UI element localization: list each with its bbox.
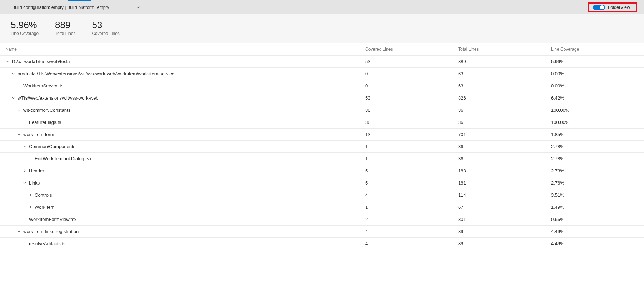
- cell-name: work-item-form: [5, 132, 365, 137]
- table-row[interactable]: D:/a/_work/1/tests/web/tesla538895.96%: [0, 56, 644, 68]
- row-name-text: Controls: [35, 192, 52, 198]
- table-row[interactable]: EditWorkItemLinkDialog.tsx1362.78%: [0, 153, 644, 165]
- folder-view-toggle-wrap: FolderView: [588, 2, 637, 12]
- table-row[interactable]: product/s/Tfs/Web/extensions/wit/vss-wor…: [0, 68, 644, 80]
- cell-covered-lines: 1: [365, 156, 458, 161]
- covered-lines-label: Covered Lines: [92, 31, 119, 36]
- table-row[interactable]: Controls41143.51%: [0, 189, 644, 201]
- table-row[interactable]: Common/Components1362.78%: [0, 141, 644, 153]
- cell-total-lines: 701: [458, 132, 551, 137]
- cell-total-lines: 181: [458, 180, 551, 186]
- total-lines-label: Total Lines: [55, 31, 75, 36]
- cell-name: D:/a/_work/1/tests/web/tesla: [5, 59, 365, 64]
- table-row[interactable]: Links51812.76%: [0, 177, 644, 189]
- table-row[interactable]: Header51832.73%: [0, 165, 644, 177]
- coverage-summary: 5.96% Line Coverage 889 Total Lines 53 C…: [0, 14, 644, 43]
- cell-name: WorkItem: [5, 205, 365, 210]
- cell-name: Controls: [5, 192, 365, 198]
- cell-line-coverage: 4.49%: [551, 241, 644, 246]
- chevron-down-icon[interactable]: [17, 132, 21, 136]
- table-header: Name Covered Lines Total Lines Line Cove…: [0, 43, 644, 56]
- cell-covered-lines: 1: [365, 205, 458, 210]
- cell-covered-lines: 2: [365, 217, 458, 222]
- row-name-text: Links: [29, 180, 40, 186]
- summary-total-lines: 889 Total Lines: [55, 20, 75, 36]
- table-row[interactable]: work-item-links-registration4894.49%: [0, 226, 644, 238]
- cell-covered-lines: 4: [365, 192, 458, 198]
- row-name-text: product/s/Tfs/Web/extensions/wit/vss-wor…: [18, 71, 174, 76]
- row-name-text: work-item-links-registration: [23, 229, 79, 234]
- row-name-text: FeatureFlags.ts: [29, 120, 61, 125]
- chevron-down-icon[interactable]: [5, 60, 10, 63]
- chevron-down-icon[interactable]: [136, 5, 140, 9]
- header-line-coverage[interactable]: Line Coverage: [551, 47, 644, 52]
- cell-total-lines: 63: [458, 71, 551, 76]
- table-row[interactable]: WorkItemService.ts0630.00%: [0, 80, 644, 92]
- cell-total-lines: 183: [458, 168, 551, 173]
- folder-view-label: FolderView: [608, 5, 630, 10]
- cell-line-coverage: 0.66%: [551, 217, 644, 222]
- row-name-text: wit-common/Constants: [23, 107, 70, 113]
- row-name-text: Common/Components: [29, 144, 75, 149]
- cell-line-coverage: 5.96%: [551, 59, 644, 64]
- line-coverage-label: Line Coverage: [11, 31, 39, 36]
- cell-line-coverage: 0.00%: [551, 83, 644, 89]
- row-name-text: EditWorkItemLinkDialog.tsx: [35, 156, 91, 161]
- chevron-right-icon[interactable]: [28, 193, 33, 197]
- row-name-text: Header: [29, 168, 44, 173]
- chevron-right-icon[interactable]: [23, 169, 27, 172]
- table-row[interactable]: work-item-form137011.85%: [0, 129, 644, 141]
- row-name-text: D:/a/_work/1/tests/web/tesla: [12, 59, 70, 64]
- cell-covered-lines: 0: [365, 83, 458, 89]
- table-row[interactable]: resolveArtifacts.ts4894.49%: [0, 238, 644, 250]
- table-row[interactable]: WorkItem1671.49%: [0, 201, 644, 213]
- cell-line-coverage: 100.00%: [551, 120, 644, 125]
- cell-total-lines: 36: [458, 156, 551, 161]
- chevron-down-icon[interactable]: [11, 96, 15, 100]
- chevron-down-icon[interactable]: [17, 108, 21, 112]
- summary-line-coverage: 5.96% Line Coverage: [11, 20, 39, 36]
- table-row[interactable]: FeatureFlags.ts3636100.00%: [0, 116, 644, 129]
- row-name-text: WorkItemFormView.tsx: [29, 217, 76, 222]
- folder-view-toggle[interactable]: [593, 5, 605, 10]
- build-config-text: Build configuration: empty | Build platf…: [12, 5, 109, 10]
- cell-line-coverage: 100.00%: [551, 107, 644, 113]
- cell-name: Links: [5, 180, 365, 186]
- cell-total-lines: 63: [458, 83, 551, 89]
- cell-covered-lines: 1: [365, 144, 458, 149]
- header-covered-lines[interactable]: Covered Lines: [365, 47, 458, 52]
- cell-line-coverage: 2.76%: [551, 180, 644, 186]
- header-name[interactable]: Name: [5, 47, 365, 52]
- cell-name: s/Tfs/Web/extensions/wit/vss-work-web: [5, 95, 365, 101]
- cell-line-coverage: 1.49%: [551, 205, 644, 210]
- chevron-down-icon[interactable]: [23, 181, 27, 185]
- chevron-down-icon[interactable]: [23, 145, 27, 148]
- row-name-text: WorkItem: [35, 205, 54, 210]
- config-bar: Build configuration: empty | Build platf…: [0, 0, 644, 14]
- cell-line-coverage: 0.00%: [551, 71, 644, 76]
- chevron-down-icon[interactable]: [11, 72, 15, 75]
- table-row[interactable]: s/Tfs/Web/extensions/wit/vss-work-web538…: [0, 92, 644, 104]
- cell-covered-lines: 5: [365, 168, 458, 173]
- cell-covered-lines: 4: [365, 241, 458, 246]
- cell-name: WorkItemService.ts: [5, 83, 365, 89]
- cell-line-coverage: 6.42%: [551, 95, 644, 101]
- line-coverage-value: 5.96%: [11, 20, 39, 30]
- cell-total-lines: 36: [458, 120, 551, 125]
- cell-covered-lines: 5: [365, 180, 458, 186]
- chevron-right-icon[interactable]: [28, 205, 33, 209]
- table-row[interactable]: wit-common/Constants3636100.00%: [0, 104, 644, 116]
- covered-lines-value: 53: [92, 20, 119, 30]
- cell-total-lines: 826: [458, 95, 551, 101]
- table-row[interactable]: WorkItemFormView.tsx23010.66%: [0, 213, 644, 226]
- cell-line-coverage: 4.49%: [551, 229, 644, 234]
- cell-line-coverage: 2.78%: [551, 144, 644, 149]
- cell-name: product/s/Tfs/Web/extensions/wit/vss-wor…: [5, 71, 365, 76]
- cell-name: WorkItemFormView.tsx: [5, 217, 365, 222]
- chevron-down-icon[interactable]: [17, 230, 21, 233]
- cell-total-lines: 89: [458, 241, 551, 246]
- header-total-lines[interactable]: Total Lines: [458, 47, 551, 52]
- cell-line-coverage: 2.73%: [551, 168, 644, 173]
- cell-covered-lines: 4: [365, 229, 458, 234]
- cell-covered-lines: 53: [365, 95, 458, 101]
